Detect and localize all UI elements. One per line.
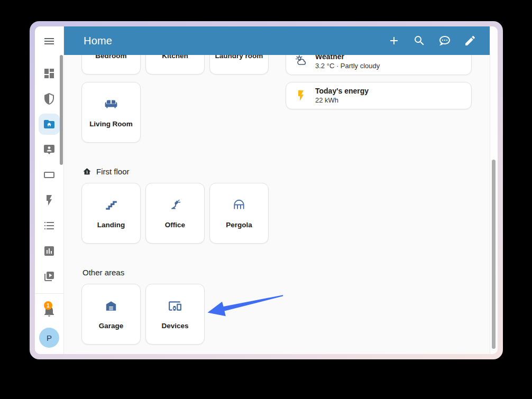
search-icon bbox=[413, 34, 426, 47]
display-icon bbox=[43, 169, 56, 181]
dashboard-content: BedroomKitchenLaundry roomLiving Room1Fi… bbox=[64, 55, 490, 354]
sidebar-item-areas[interactable] bbox=[39, 114, 60, 135]
avatar[interactable]: P bbox=[39, 328, 59, 348]
info-card-title: Weather bbox=[315, 55, 380, 61]
sidebar-item-energy[interactable] bbox=[39, 190, 60, 211]
home-folder-icon bbox=[43, 118, 56, 131]
garage-icon bbox=[104, 299, 118, 313]
section-heading-first-floor: 1First floor bbox=[82, 166, 269, 177]
notification-badge: 1 bbox=[44, 301, 52, 310]
plus-icon bbox=[388, 34, 400, 47]
area-card-label: Garage bbox=[99, 322, 124, 330]
area-card-devices[interactable]: Devices bbox=[145, 284, 205, 345]
sidebar-item-history[interactable] bbox=[39, 240, 60, 262]
page-title: Home bbox=[64, 35, 112, 47]
area-card-garage[interactable]: Garage bbox=[81, 284, 141, 345]
desk-lamp-icon bbox=[168, 198, 182, 212]
sidebar-nav bbox=[35, 63, 63, 287]
assist-button[interactable] bbox=[438, 34, 451, 47]
header-actions bbox=[388, 34, 490, 47]
devices-icon bbox=[168, 299, 182, 313]
weather-card[interactable]: Weather3.2 °C · Partly cloudy bbox=[286, 55, 472, 75]
info-card-subtitle: 3.2 °C · Partly cloudy bbox=[315, 61, 380, 70]
stairs-icon bbox=[104, 198, 118, 212]
todo-list-icon bbox=[43, 219, 56, 232]
sidebar-item-todo-lists[interactable] bbox=[39, 215, 60, 236]
screen-background: { "header": { "title": "Home", "actions"… bbox=[0, 0, 532, 399]
svg-text:1: 1 bbox=[86, 170, 88, 174]
add-button[interactable] bbox=[388, 34, 400, 47]
sidebar-item-people[interactable] bbox=[39, 139, 60, 160]
main-scrollbar-track bbox=[490, 26, 498, 354]
shield-icon bbox=[43, 92, 56, 105]
info-card-title: Today's energy bbox=[315, 87, 369, 96]
sidebar-item-display[interactable] bbox=[39, 164, 60, 185]
area-card-label: Office bbox=[165, 221, 185, 229]
main-scrollbar[interactable] bbox=[492, 160, 496, 349]
menu-icon bbox=[43, 35, 56, 48]
sidebar-item-media[interactable] bbox=[39, 266, 60, 287]
area-card-living-room[interactable]: Living Room bbox=[81, 82, 141, 143]
cards-grid: GarageDevices bbox=[81, 284, 269, 345]
area-card-laundry-room[interactable]: Laundry room bbox=[209, 55, 269, 75]
menu-button[interactable] bbox=[35, 35, 63, 48]
edit-dashboard-button[interactable] bbox=[464, 34, 476, 47]
sofa-icon bbox=[104, 97, 118, 111]
area-card-label: Kitchen bbox=[162, 55, 188, 60]
chart-box-icon bbox=[43, 245, 56, 257]
home-floor-1-icon: 1 bbox=[82, 167, 91, 176]
area-card-landing[interactable]: Landing bbox=[81, 183, 141, 244]
sidebar-divider bbox=[35, 293, 63, 294]
person-badge-icon bbox=[43, 143, 56, 156]
chat-icon bbox=[438, 34, 451, 47]
sidebar-scrollbar[interactable] bbox=[60, 55, 63, 165]
home-assistant-window: 1 P Home BedroomKitchenLaundry roomLivin… bbox=[35, 26, 498, 354]
area-card-label: Laundry room bbox=[215, 55, 263, 60]
info-card-subtitle: 22 kWh bbox=[315, 96, 369, 105]
today-s-energy-card[interactable]: Today's energy22 kWh bbox=[286, 82, 472, 109]
area-card-bedroom[interactable]: Bedroom bbox=[81, 55, 141, 75]
section-heading-other-areas: Other areas bbox=[82, 267, 269, 277]
area-card-label: Devices bbox=[161, 322, 188, 330]
cards-grid: BedroomKitchenLaundry roomLiving Room bbox=[81, 55, 269, 143]
dashboard-icon bbox=[43, 67, 56, 80]
notifications-button[interactable]: 1 bbox=[35, 304, 63, 317]
pergola-icon bbox=[232, 198, 246, 212]
summary-column: Weather3.2 °C · Partly cloudyToday's ene… bbox=[286, 55, 472, 109]
partly-cloudy-icon bbox=[295, 55, 307, 68]
sidebar-item-security[interactable] bbox=[39, 88, 60, 109]
search-button[interactable] bbox=[413, 34, 426, 47]
area-card-kitchen[interactable]: Kitchen bbox=[145, 55, 205, 75]
app-header: Home bbox=[64, 26, 490, 55]
pencil-icon bbox=[464, 34, 476, 47]
area-card-label: Pergola bbox=[226, 221, 252, 229]
areas-column: BedroomKitchenLaundry roomLiving Room1Fi… bbox=[81, 55, 269, 345]
sidebar-item-dashboards[interactable] bbox=[39, 63, 60, 84]
energy-bolt-icon bbox=[295, 89, 307, 102]
main-area: Home BedroomKitchenLaundry roomLiving Ro… bbox=[64, 26, 498, 354]
area-card-label: Living Room bbox=[89, 120, 133, 128]
area-card-label: Bedroom bbox=[95, 55, 126, 60]
media-play-icon bbox=[43, 270, 56, 283]
area-card-office[interactable]: Office bbox=[145, 183, 205, 244]
window-frame: 1 P Home BedroomKitchenLaundry roomLivin… bbox=[30, 21, 503, 359]
cards-grid: LandingOfficePergola bbox=[81, 183, 269, 244]
lightning-icon bbox=[43, 194, 56, 207]
avatar-initial: P bbox=[47, 333, 52, 342]
area-card-pergola[interactable]: Pergola bbox=[209, 183, 269, 244]
main-column: Home BedroomKitchenLaundry roomLiving Ro… bbox=[64, 26, 490, 354]
area-card-label: Landing bbox=[97, 221, 125, 229]
sidebar: 1 P bbox=[35, 26, 64, 354]
